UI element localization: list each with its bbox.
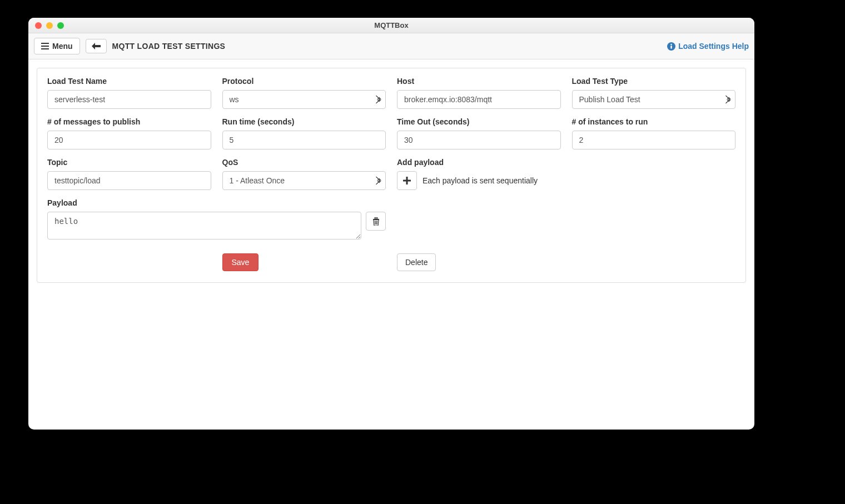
hamburger-icon [41,43,49,49]
topic-group: Topic [47,158,211,190]
qos-label: QoS [222,158,386,167]
add-payload-button[interactable] [397,171,417,190]
add-payload-label: Add payload [397,158,735,167]
add-payload-hint: Each payload is sent sequentially [422,176,538,185]
load-test-name-label: Load Test Name [47,77,211,86]
svg-rect-2 [41,48,49,49]
time-out-group: Time Out (seconds) [397,117,561,149]
qos-select[interactable]: 1 - Atleast Once [222,171,386,190]
delete-button[interactable]: Delete [397,253,436,271]
run-time-label: Run time (seconds) [222,117,386,126]
time-out-label: Time Out (seconds) [397,117,561,126]
svg-rect-7 [403,180,411,182]
instances-to-run-input[interactable] [572,131,736,149]
svg-rect-0 [41,43,49,44]
save-button-label: Save [232,258,250,267]
load-test-name-input[interactable] [47,90,211,109]
app-window: MQTTBox Menu MQTT LOAD TEST SETTINGS Loa… [28,18,754,430]
page-title: MQTT LOAD TEST SETTINGS [112,42,226,51]
protocol-group: Protocol ws [222,77,386,109]
load-test-type-select[interactable]: Publish Load Test [572,90,736,109]
titlebar: MQTTBox [28,18,754,33]
content: Load Test Name Protocol ws Host [28,59,754,291]
delete-payload-button[interactable] [366,212,386,231]
back-button[interactable] [86,39,107,53]
qos-group: QoS 1 - Atleast Once [222,158,386,190]
svg-rect-1 [41,46,49,47]
close-window-button[interactable] [35,22,42,29]
toolbar: Menu MQTT LOAD TEST SETTINGS Load Settin… [28,33,754,59]
save-button[interactable]: Save [222,253,259,271]
delete-button-label: Delete [405,258,428,267]
run-time-input[interactable] [222,131,386,149]
payload-label: Payload [47,198,386,207]
topic-label: Topic [47,158,211,167]
add-payload-group: Add payload Each payload is sent sequent… [397,158,735,190]
host-label: Host [397,77,561,86]
load-settings-help-link[interactable]: Load Settings Help [667,42,749,51]
host-input[interactable] [397,90,561,109]
svg-rect-5 [670,46,672,49]
messages-to-publish-input[interactable] [47,131,211,149]
minimize-window-button[interactable] [46,22,53,29]
help-link-label: Load Settings Help [678,42,749,51]
protocol-select[interactable]: ws [222,90,386,109]
settings-panel: Load Test Name Protocol ws Host [37,68,746,283]
menu-button-label: Menu [52,42,73,51]
trash-icon [372,217,380,226]
maximize-window-button[interactable] [57,22,64,29]
instances-to-run-label: # of instances to run [572,117,736,126]
svg-point-4 [670,43,672,45]
info-icon [667,42,675,51]
protocol-label: Protocol [222,77,386,86]
messages-to-publish-group: # of messages to publish [47,117,211,149]
time-out-input[interactable] [397,131,561,149]
arrow-left-icon [92,43,101,49]
payload-textarea[interactable] [47,212,361,239]
topic-input[interactable] [47,171,211,190]
load-test-type-group: Load Test Type Publish Load Test [572,77,736,109]
host-group: Host [397,77,561,109]
messages-to-publish-label: # of messages to publish [47,117,211,126]
instances-to-run-group: # of instances to run [572,117,736,149]
menu-button[interactable]: Menu [34,38,80,54]
window-title: MQTTBox [374,21,408,29]
plus-icon [403,177,411,184]
traffic-lights [35,22,64,29]
payload-group: Payload [47,198,386,239]
load-test-type-label: Load Test Type [572,77,736,86]
run-time-group: Run time (seconds) [222,117,386,149]
svg-rect-9 [375,217,377,218]
load-test-name-group: Load Test Name [47,77,211,109]
